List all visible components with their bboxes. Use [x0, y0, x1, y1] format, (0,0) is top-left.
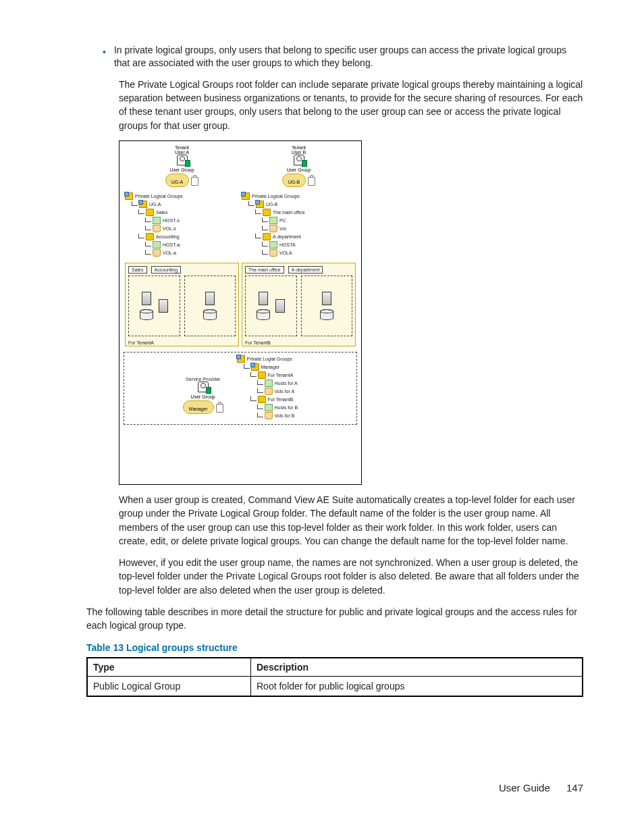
folder-icon: [125, 192, 133, 200]
server-icon: [259, 292, 268, 305]
host-icon: [265, 380, 273, 387]
infra-label: The main office: [245, 266, 284, 273]
tree-tenant-b: Private Logical Groups UG-B The main off…: [242, 192, 356, 257]
page-number: 147: [566, 782, 583, 793]
footer-label: User Guide: [499, 782, 550, 793]
infra-label: Sales: [128, 266, 147, 273]
paragraph-auto-folder: When a user group is created, Command Vi…: [119, 493, 583, 548]
tenant-b-ug-label: User Group: [286, 167, 311, 172]
host-icon: [269, 241, 277, 249]
folder-icon: [251, 363, 259, 371]
table-header-row: Type Description: [87, 658, 583, 677]
tenant-a-title: Tenant: [175, 145, 189, 150]
server-icon: [322, 292, 331, 305]
volume-icon: [153, 225, 161, 232]
infra-label: Accounting: [151, 266, 182, 273]
tenant-b-title: Tenant: [292, 145, 306, 150]
bullet-text: In private logical groups, only users th…: [114, 44, 583, 70]
folder-icon: [256, 201, 264, 208]
tree-tenant-a: Private Logical Groups UG-A Sales HOST-s…: [125, 192, 239, 257]
lock-icon: [216, 404, 223, 413]
storage-icon: [203, 309, 217, 320]
storage-icon: [320, 309, 333, 320]
manager-ug-name: Manager: [189, 407, 208, 411]
folder-icon: [146, 233, 154, 240]
volume-icon: [153, 249, 161, 257]
tenant-b-infra: The main office A department For TenantB: [242, 263, 356, 346]
folder-icon: [258, 371, 266, 379]
tree-manager: Private Logial Groups Manager For Tenant…: [237, 355, 298, 420]
folder-icon: [237, 355, 245, 363]
tenant-a-ug-name: UG-A: [171, 180, 184, 184]
manager-zone: Service Provider User Group Manager Priv…: [124, 352, 357, 425]
lock-icon: [191, 177, 198, 186]
folder-icon: [263, 233, 271, 240]
host-icon: [265, 404, 273, 411]
paragraph-sync-warning: However, if you edit the user group name…: [119, 556, 583, 597]
folder-icon: [146, 209, 154, 216]
tenant-a-ug-label: User Group: [169, 167, 194, 172]
user-icon: [294, 155, 304, 165]
td-type: Public Logical Group: [87, 676, 251, 696]
manager-ug-label: User Group: [191, 394, 215, 399]
td-description: Root folder for public logical groups: [251, 676, 583, 696]
folder-icon: [139, 201, 147, 208]
host-icon: [269, 217, 277, 224]
diagram-container: Tenant User A User Group UG-A Private Lo…: [119, 140, 583, 485]
paragraph-private-root: The Private Logical Groups root folder c…: [119, 78, 583, 132]
server-icon: [275, 299, 285, 313]
logical-groups-diagram: Tenant User A User Group UG-A Private Lo…: [119, 140, 362, 485]
server-icon: [205, 292, 215, 305]
tenant-a-infra: Sales Accounting For TenantA: [125, 263, 239, 346]
user-icon: [198, 382, 209, 392]
user-icon: [177, 155, 188, 165]
logical-groups-table: Type Description Public Logical Group Ro…: [86, 657, 583, 697]
server-icon: [159, 299, 168, 313]
folder-icon: [242, 192, 250, 200]
host-icon: [153, 217, 161, 224]
infra-label: A department: [288, 266, 323, 273]
volume-icon: [269, 249, 277, 257]
th-description: Description: [251, 658, 583, 677]
paragraph-table-intro: The following table describes in more de…: [86, 605, 583, 633]
folder-icon: [258, 396, 266, 403]
lock-icon: [308, 177, 315, 186]
storage-icon: [140, 309, 153, 320]
volume-icon: [265, 388, 273, 395]
volume-icon: [269, 225, 277, 232]
server-icon: [142, 292, 151, 305]
service-provider-label: Service Provider: [186, 377, 220, 382]
tenant-b-user: User B: [292, 150, 306, 155]
bullet-item: • In private logical groups, only users …: [103, 44, 583, 70]
page-footer: User Guide 147: [499, 782, 583, 793]
volume-icon: [265, 412, 273, 419]
tenant-a-user: User A: [175, 150, 189, 155]
folder-icon: [263, 209, 271, 216]
table-caption: Table 13 Logical groups structure: [86, 642, 583, 653]
host-icon: [153, 241, 161, 249]
infra-caption: For TenantA: [128, 340, 154, 345]
table-row: Public Logical Group Root folder for pub…: [87, 676, 583, 696]
infra-caption: For TenantB: [245, 340, 271, 345]
bullet-dot-icon: •: [103, 45, 106, 70]
storage-icon: [257, 309, 270, 320]
tenant-b-ug-name: UG-B: [288, 180, 300, 184]
th-type: Type: [87, 658, 251, 677]
